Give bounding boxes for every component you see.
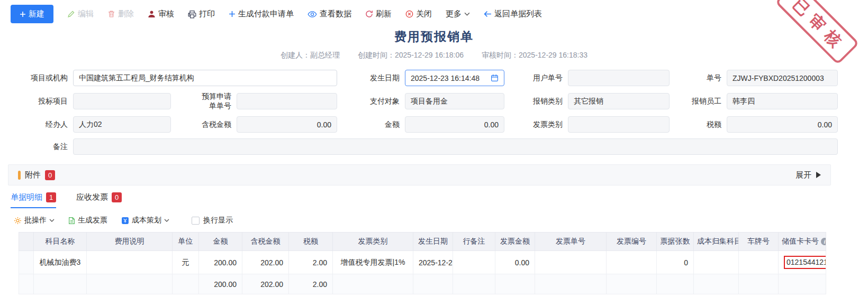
reimburse-emp-field[interactable]: 韩李四: [727, 93, 838, 109]
tax-incl-value: 0.00: [317, 120, 331, 129]
col-expense-desc[interactable]: 费用说明: [87, 233, 173, 251]
detail-table: 科目名称 费用说明 单位 金额 含税金额 税额 发票类别 发生日期 行备注 发票…: [19, 232, 826, 294]
highlighted-stored-card-value[interactable]: 0121544121: [784, 256, 826, 269]
occur-date-label: 发生日期: [341, 73, 401, 83]
user-doc-no-field[interactable]: [568, 70, 670, 86]
operator-field[interactable]: 人力02: [73, 116, 171, 133]
cell-cost-subject[interactable]: [694, 251, 739, 274]
calendar-icon[interactable]: [491, 74, 499, 82]
pencil-icon: [67, 10, 75, 18]
cell-occur-date[interactable]: 2025-12-23: [413, 251, 453, 274]
audit-button[interactable]: 审核: [148, 9, 174, 19]
cell-row-remark[interactable]: [453, 251, 495, 274]
bid-project-field[interactable]: [73, 93, 171, 109]
remark-field[interactable]: [73, 138, 838, 155]
document-icon: [68, 217, 75, 225]
attachment-bar[interactable]: 附件 0 展开: [8, 164, 831, 185]
tab-receivable-invoice[interactable]: 应收发票 0: [76, 192, 122, 208]
back-to-list-button[interactable]: 返回单据列表: [484, 9, 542, 19]
refresh-icon: [365, 10, 373, 18]
batch-operate-button[interactable]: 批操作: [14, 216, 55, 225]
cell-tax[interactable]: 2.00: [289, 251, 333, 274]
row-handle: [19, 274, 34, 294]
cell-stored-card-no[interactable]: 0121544121: [779, 251, 826, 274]
cell-plate-no[interactable]: [739, 251, 779, 274]
table-header-row: 科目名称 费用说明 单位 金额 含税金额 税额 发票类别 发生日期 行备注 发票…: [19, 233, 826, 251]
plus-icon: [20, 11, 26, 17]
tax-incl-field[interactable]: 0.00: [237, 116, 337, 133]
invoice-type-field[interactable]: [568, 116, 670, 133]
cell-ticket-count[interactable]: 0: [657, 251, 694, 274]
print-button[interactable]: 打印: [188, 9, 215, 19]
page-title: 费用预报销单: [0, 29, 868, 45]
expand-label: 展开: [795, 170, 811, 180]
gear-icon: [14, 217, 22, 225]
creator-text: 创建人：副总经理: [281, 51, 340, 60]
new-button-label: 新建: [29, 9, 44, 19]
table-row[interactable]: 机械加油费3 元 200.00 202.00 2.00 增值税专用发票|1% 2…: [19, 251, 826, 274]
wrap-display-checkbox[interactable]: [192, 217, 200, 225]
cost-plan-button[interactable]: 成本策划: [121, 216, 169, 225]
tax-value: 0.00: [818, 120, 832, 129]
edit-button[interactable]: 编辑: [67, 9, 94, 19]
doc-no-field[interactable]: ZJWJ-FYBXD20251200003: [727, 70, 838, 86]
project-org-field[interactable]: 中国建筑第五工程局_财务结算机构 i: [73, 70, 337, 86]
col-tax-incl-amount[interactable]: 含税金额: [242, 233, 289, 251]
more-button[interactable]: 更多: [446, 9, 470, 19]
close-button[interactable]: 关闭: [405, 9, 432, 19]
cost-plan-label: 成本策划: [132, 216, 161, 225]
wrap-display-toggle[interactable]: 换行显示: [183, 216, 233, 225]
col-occur-date[interactable]: 发生日期: [413, 233, 453, 251]
col-invoice-no[interactable]: 发票编号: [607, 233, 657, 251]
trash-icon: [107, 10, 115, 18]
col-row-remark[interactable]: 行备注: [453, 233, 495, 251]
cell-amount[interactable]: 200.00: [199, 251, 242, 274]
refresh-button[interactable]: 刷新: [365, 9, 392, 19]
tab-receivable-invoice-badge: 0: [112, 192, 122, 202]
cell-invoice-amount[interactable]: 0.00: [495, 251, 535, 274]
col-plate-no[interactable]: 车牌号: [739, 233, 779, 251]
total-empty: [173, 274, 199, 294]
cell-subject-name[interactable]: 机械加油费3: [34, 251, 87, 274]
generate-payment-button[interactable]: 生成付款申请单: [229, 9, 294, 19]
cell-expense-desc[interactable]: [87, 251, 173, 274]
occur-date-field[interactable]: 2025-12-23 16:14:48: [405, 70, 504, 86]
row-handle[interactable]: [19, 251, 34, 274]
row-handle-header: [19, 233, 34, 251]
info-icon[interactable]: i: [821, 238, 826, 245]
cell-tax-incl-amount[interactable]: 202.00: [242, 251, 289, 274]
col-invoice-amount[interactable]: 发票金额: [495, 233, 535, 251]
table-toolbar: 批操作 生成发票 成本策划 换行显示: [14, 216, 868, 225]
tab-doc-detail-label: 单据明细: [11, 192, 42, 202]
cell-invoice-no[interactable]: [607, 251, 657, 274]
cell-unit[interactable]: 元: [173, 251, 199, 274]
col-invoice-type[interactable]: 发票类别: [333, 233, 413, 251]
pay-target-field[interactable]: 项目备用金: [405, 93, 504, 109]
new-button[interactable]: 新建: [11, 5, 53, 23]
toolbar: 新建 编辑 删除 审核 打印 生成付款申请单 查看数据 刷新 关闭 更多 返回单: [0, 0, 868, 26]
amount-field[interactable]: 0.00: [405, 116, 504, 133]
col-subject-name[interactable]: 科目名称: [34, 233, 87, 251]
col-unit[interactable]: 单位: [173, 233, 199, 251]
delete-button[interactable]: 删除: [107, 9, 134, 19]
remark-label: 备注: [21, 142, 69, 152]
cell-invoice-doc-no[interactable]: [535, 251, 607, 274]
col-stored-card-no[interactable]: 储值卡卡号i: [779, 233, 826, 251]
budget-req-no-field[interactable]: [237, 93, 337, 109]
view-data-button[interactable]: 查看数据: [308, 9, 351, 19]
cell-invoice-type[interactable]: 增值税专用发票|1%: [333, 251, 413, 274]
tab-receivable-invoice-label: 应收发票: [76, 192, 108, 202]
tax-field[interactable]: 0.00: [727, 116, 838, 133]
reimburse-type-field[interactable]: 其它报销: [568, 93, 670, 109]
col-stored-card-no-label: 储值卡卡号: [782, 237, 819, 246]
col-amount[interactable]: 金额: [199, 233, 242, 251]
col-invoice-doc-no[interactable]: 发票单号: [535, 233, 607, 251]
expand-button[interactable]: 展开: [795, 170, 821, 180]
tab-doc-detail[interactable]: 单据明细 1: [11, 192, 56, 208]
col-tax[interactable]: 税额: [289, 233, 333, 251]
generate-invoice-button[interactable]: 生成发票: [68, 216, 107, 225]
print-button-label: 打印: [199, 9, 215, 19]
col-ticket-count[interactable]: 票据张数: [657, 233, 694, 251]
pay-target-label: 支付对象: [341, 97, 401, 106]
col-cost-subject[interactable]: 成本归集科目: [694, 233, 739, 251]
